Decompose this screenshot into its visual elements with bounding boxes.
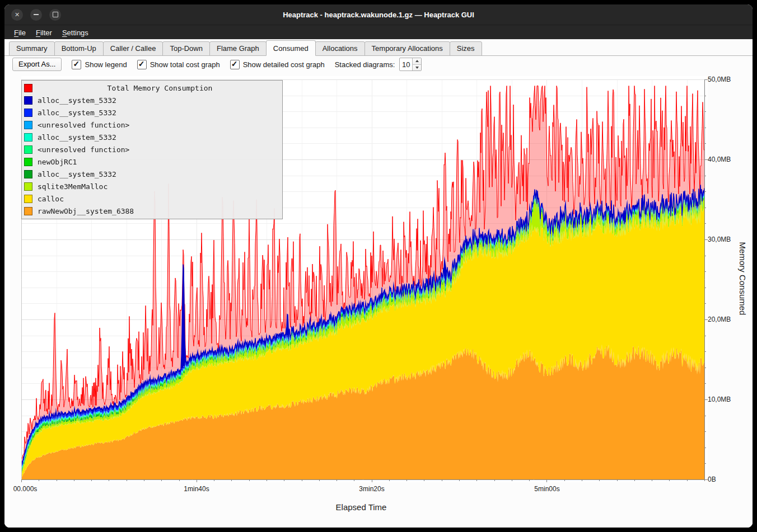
x-axis-tick-label: 00.000s [4,485,50,493]
chart-legend: Total Memory Consumption alloc__system_5… [21,80,283,219]
legend-entry-label: alloc__system_5332 [38,133,116,142]
spinner-down-button[interactable] [413,65,421,71]
x-axis-tick-label: 3min20s [347,485,397,493]
legend-entry-label: alloc__system_5332 [38,170,116,178]
checkbox-label: Show detailed cost graph [243,60,325,69]
legend-entry-label: alloc__system_5332 [38,96,116,105]
legend-entry-label: rawNewObj__system_6388 [38,207,134,215]
legend-row: calloc [24,192,282,205]
spinner-up-button[interactable] [413,58,421,65]
legend-row: <unresolved function> [24,143,282,156]
x-axis-title: Elapsed Time [249,502,473,512]
stacked-diagrams-label: Stacked diagrams: [335,60,395,69]
y-axis-title: Memory Consumed [738,242,747,316]
minimize-icon [34,14,39,15]
x-axis-tick-label: 1min40s [171,485,222,493]
legend-swatch [24,121,32,129]
legend-swatch [24,158,32,166]
menu-bar: File Filter Settings [4,25,753,40]
tab-top-down[interactable]: Top-Down [162,41,210,56]
spinner-value[interactable]: 10 [400,58,412,70]
legend-swatch [24,195,32,203]
chart-area: Total Memory Consumption alloc__system_5… [4,72,753,528]
legend-entry-label: <unresolved function> [38,121,129,129]
tab-temporary-allocations[interactable]: Temporary Allocations [365,41,450,56]
y-axis-tick-label: 50,0MB [708,74,747,84]
chart-toolbar: Export As... Show legend Show total cost… [4,57,753,72]
menu-file[interactable]: File [9,26,31,39]
window-controls: ✕ [11,9,61,21]
tab-sizes[interactable]: Sizes [450,41,482,56]
legend-entry-label: alloc__system_5332 [38,109,116,117]
tab-caller-callee[interactable]: Caller / Callee [103,41,163,56]
legend-swatch [24,109,32,117]
tab-consumed[interactable]: Consumed [266,40,316,56]
legend-row: alloc__system_5332 [24,106,282,119]
maximize-icon [53,12,58,17]
legend-swatch [24,170,32,178]
x-axis-tick-label: 5min00s [522,485,572,493]
legend-swatch [24,182,32,191]
tab-summary[interactable]: Summary [9,41,55,56]
legend-row: rawNewObj__system_6388 [24,205,282,217]
legend-row: alloc__system_5332 [24,168,282,180]
legend-swatch [24,96,32,105]
checkbox-box[interactable] [230,60,240,69]
legend-entry-label: sqlite3MemMalloc [38,182,108,191]
y-axis-tick-label: 0B [708,474,747,484]
checkbox-box[interactable] [72,60,81,69]
minimize-button[interactable] [30,9,42,21]
menu-filter[interactable]: Filter [31,26,57,39]
legend-row: <unresolved function> [24,119,282,131]
window-body: Summary Bottom-Up Caller / Callee Top-Do… [4,39,753,528]
show-total-cost-checkbox[interactable]: Show total cost graph [137,60,220,69]
y-axis-tick-label: 20,0MB [708,314,747,324]
y-axis-tick-label: 10,0MB [708,394,747,404]
legend-row: alloc__system_5332 [24,131,282,143]
legend-row: alloc__system_5332 [24,94,282,106]
tab-bottom-up[interactable]: Bottom-Up [54,41,104,56]
legend-entry-label: <unresolved function> [38,145,129,154]
tab-bar: Summary Bottom-Up Caller / Callee Top-Do… [4,39,753,56]
menu-settings[interactable]: Settings [57,26,94,39]
y-axis-tick-label: 40,0MB [708,154,747,164]
legend-title-row: Total Memory Consumption [24,82,282,94]
chevron-down-icon [415,67,419,69]
chevron-up-icon [415,60,419,62]
legend-swatch [24,145,32,154]
window-title: Heaptrack - heaptrack.wakunode.1.gz — He… [4,11,753,19]
checkbox-box[interactable] [137,60,147,69]
stacked-diagrams-spinner[interactable]: 10 [399,58,422,71]
show-detailed-cost-checkbox[interactable]: Show detailed cost graph [230,60,325,69]
tab-flame-graph[interactable]: Flame Graph [209,41,267,56]
app-window: ✕ Heaptrack - heaptrack.wakunode.1.gz — … [4,4,753,528]
show-legend-checkbox[interactable]: Show legend [72,60,127,69]
close-icon: ✕ [15,12,20,18]
tab-allocations[interactable]: Allocations [315,41,365,56]
legend-row: sqlite3MemMalloc [24,180,282,192]
checkbox-label: Show legend [85,60,127,69]
title-bar: ✕ Heaptrack - heaptrack.wakunode.1.gz — … [4,4,753,25]
checkbox-label: Show total cost graph [150,60,220,69]
legend-swatch [24,84,32,92]
legend-swatch [24,133,32,142]
export-as-button[interactable]: Export As... [12,58,62,71]
legend-row: newObjRC1 [24,156,282,168]
maximize-button[interactable] [49,9,61,21]
close-button[interactable]: ✕ [11,9,23,21]
legend-swatch [24,207,32,215]
legend-entry-label: newObjRC1 [38,158,77,166]
legend-entry-label: calloc [38,195,64,203]
legend-title: Total Memory Consumption [38,84,282,92]
